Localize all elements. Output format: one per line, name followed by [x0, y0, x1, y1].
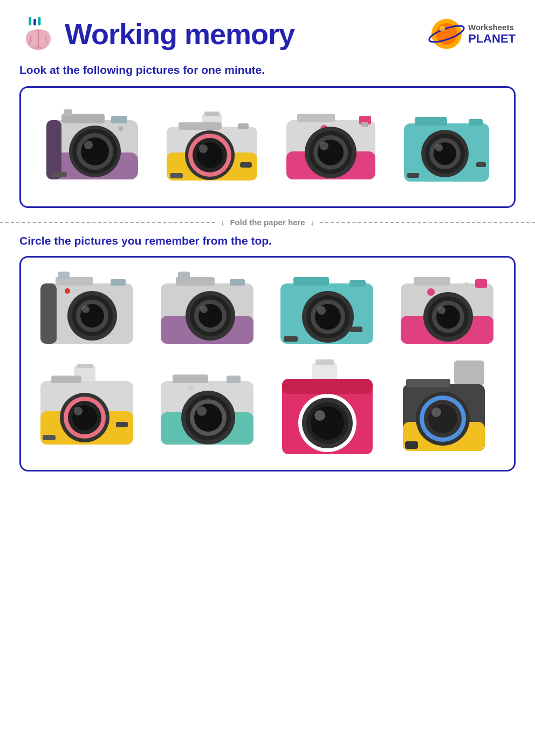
svg-rect-115 — [227, 376, 241, 383]
fold-line-left — [0, 222, 215, 223]
svg-point-55 — [435, 144, 443, 151]
svg-point-111 — [74, 407, 83, 415]
svg-point-140 — [431, 407, 441, 417]
svg-rect-59 — [40, 283, 57, 344]
svg-rect-63 — [111, 279, 126, 286]
svg-point-129 — [311, 406, 344, 440]
svg-rect-2 — [38, 17, 40, 26]
svg-rect-114 — [173, 374, 208, 383]
svg-point-99 — [438, 307, 445, 314]
instruction-text: Look at the following pictures for one m… — [19, 64, 265, 76]
planet-icon — [428, 16, 465, 52]
svg-point-62 — [65, 288, 70, 294]
svg-point-78 — [200, 306, 208, 313]
svg-point-20 — [81, 137, 109, 165]
svg-point-94 — [464, 282, 469, 287]
svg-rect-106 — [43, 435, 56, 440]
svg-rect-93 — [475, 279, 487, 288]
fold-line-right — [320, 222, 535, 223]
camera-yellow — [162, 104, 262, 190]
brain-icon — [19, 15, 57, 53]
svg-point-22 — [119, 127, 123, 131]
svg-point-139 — [428, 404, 457, 433]
top-picture-box — [19, 86, 516, 208]
camera-teal — [400, 104, 494, 190]
svg-point-34 — [199, 144, 208, 153]
answer-camera-8 — [390, 359, 506, 459]
svg-rect-42 — [361, 122, 368, 127]
svg-point-68 — [82, 306, 90, 313]
svg-point-47 — [320, 142, 328, 150]
camera-purple — [41, 104, 143, 190]
answer-camera-4 — [390, 268, 506, 352]
svg-rect-134 — [406, 379, 450, 387]
svg-rect-131 — [454, 360, 484, 385]
svg-rect-16 — [111, 116, 127, 123]
section2-instruction: Circle the pictures you remember from th… — [0, 231, 535, 252]
svg-point-130 — [314, 410, 325, 421]
answer-camera-5 — [30, 359, 146, 459]
svg-rect-36 — [170, 173, 183, 178]
svg-point-21 — [84, 141, 93, 149]
answer-camera-2 — [150, 268, 266, 352]
svg-rect-39 — [297, 114, 335, 122]
svg-rect-61 — [58, 272, 70, 279]
svg-point-10 — [440, 26, 445, 31]
answer-camera-3 — [270, 268, 386, 352]
svg-rect-13 — [46, 120, 61, 179]
svg-rect-83 — [284, 336, 298, 342]
svg-rect-1 — [33, 19, 36, 25]
svg-rect-135 — [405, 441, 418, 449]
title-area: Working memory — [19, 15, 294, 53]
svg-rect-123 — [315, 359, 334, 365]
svg-rect-27 — [204, 112, 220, 116]
svg-rect-50 — [469, 119, 483, 126]
svg-rect-29 — [238, 123, 249, 129]
svg-point-4 — [26, 30, 39, 47]
svg-rect-81 — [349, 280, 366, 287]
svg-rect-91 — [414, 277, 450, 286]
svg-point-121 — [197, 406, 207, 416]
logo-text: Worksheets PLANET — [468, 23, 516, 46]
logo: Worksheets PLANET — [428, 16, 516, 52]
svg-rect-73 — [230, 279, 245, 286]
svg-rect-56 — [476, 162, 486, 167]
section1-instruction: Look at the following pictures for one m… — [0, 58, 535, 82]
svg-point-92 — [427, 288, 435, 296]
answer-camera-6 — [150, 359, 266, 459]
svg-rect-80 — [293, 277, 329, 286]
answer-camera-1 — [30, 268, 146, 352]
header: Working memory Worksheets PLANET — [0, 0, 535, 58]
svg-point-88 — [317, 306, 326, 315]
svg-rect-15 — [64, 109, 72, 116]
answer-box — [19, 256, 516, 471]
svg-rect-23 — [52, 172, 67, 177]
bottom-instruction-text: Circle the pictures you remember from th… — [19, 234, 272, 247]
svg-rect-125 — [282, 379, 373, 394]
svg-rect-72 — [178, 272, 190, 279]
svg-rect-28 — [179, 122, 222, 130]
svg-rect-105 — [116, 422, 128, 427]
fold-label: Fold the paper here — [230, 218, 305, 227]
svg-rect-104 — [51, 376, 81, 383]
page-title: Working memory — [65, 17, 294, 51]
camera-pink — [281, 104, 381, 190]
answer-camera-7 — [270, 359, 386, 459]
svg-point-5 — [37, 30, 51, 47]
svg-rect-57 — [407, 173, 419, 178]
fold-divider: ↓ Fold the paper here ↓ — [0, 218, 535, 227]
svg-rect-49 — [415, 117, 447, 126]
svg-rect-0 — [29, 17, 31, 26]
svg-rect-122 — [312, 363, 337, 381]
svg-rect-101 — [77, 364, 93, 368]
svg-rect-35 — [240, 162, 252, 168]
svg-point-116 — [188, 386, 194, 391]
